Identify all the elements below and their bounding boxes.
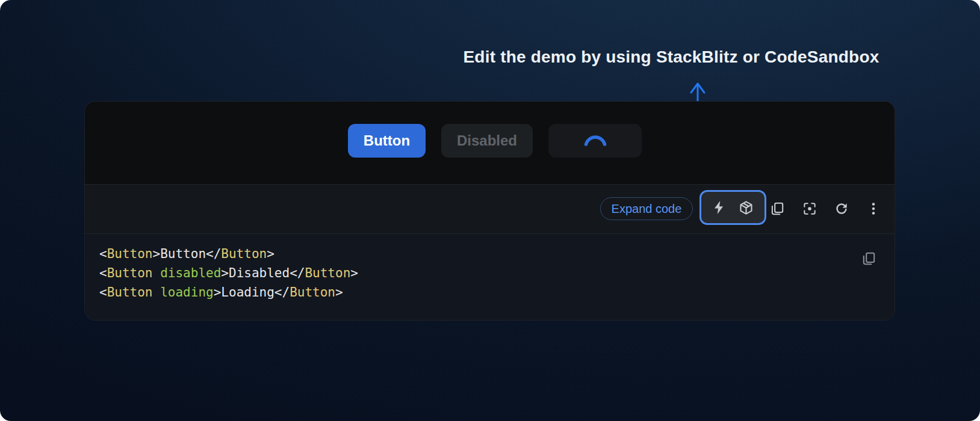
refresh-icon[interactable] <box>833 200 850 217</box>
component-demo-card: Button Disabled Expand code <box>84 101 895 321</box>
spinner-icon <box>583 129 607 153</box>
code-line: <Button loading>Loading</Button> <box>99 283 880 302</box>
code-line: <Button>Button</Button> <box>99 244 880 263</box>
demo-primary-button-label: Button <box>364 132 410 149</box>
demo-loading-button[interactable] <box>548 124 642 158</box>
copy-icon[interactable] <box>861 251 876 266</box>
demo-primary-button[interactable]: Button <box>348 124 426 158</box>
docs-demo-page: Edit the demo by using StackBlitz or Cod… <box>0 0 980 421</box>
code-block: <Button>Button</Button><Button disabled>… <box>85 233 895 321</box>
demo-disabled-button-label: Disabled <box>457 132 517 149</box>
annotation-text: Edit the demo by using StackBlitz or Cod… <box>457 48 885 67</box>
expand-code-button[interactable]: Expand code <box>600 197 693 220</box>
highlighted-editor-icons <box>699 190 766 225</box>
copy-icon[interactable] <box>769 200 786 217</box>
code-line: <Button disabled>Disabled</Button> <box>99 263 880 283</box>
demo-disabled-button: Disabled <box>441 124 533 158</box>
demo-toolbar: Expand code <box>85 184 895 233</box>
stackblitz-lightning-icon[interactable] <box>711 199 728 216</box>
demo-preview-area: Button Disabled <box>85 102 895 184</box>
kebab-menu-icon[interactable] <box>865 200 882 217</box>
expand-code-label: Expand code <box>612 202 682 216</box>
codesandbox-cube-icon[interactable] <box>738 199 755 216</box>
focus-capture-icon[interactable] <box>801 200 818 217</box>
code-lines: <Button>Button</Button><Button disabled>… <box>99 244 880 302</box>
